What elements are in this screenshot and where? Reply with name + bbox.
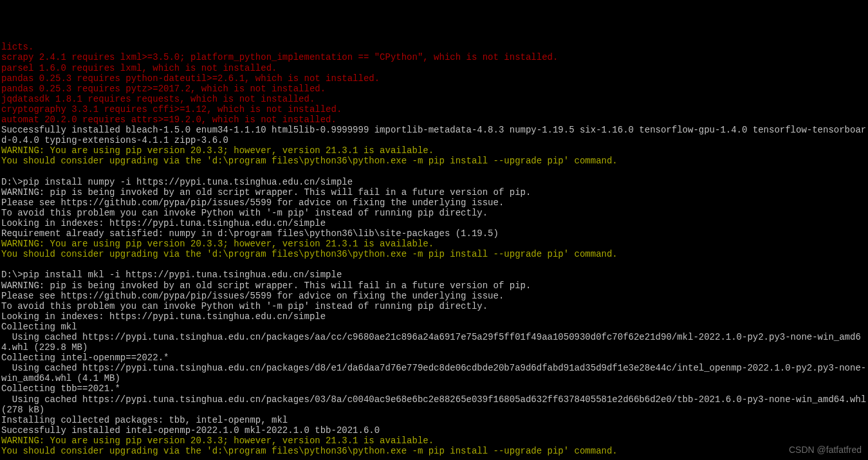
- terminal-line: [1, 259, 867, 270]
- terminal-line: You should consider upgrading via the 'd…: [1, 446, 867, 456]
- terminal-output[interactable]: licts.scrapy 2.4.1 requires lxml>=3.5.0;…: [1, 42, 867, 460]
- terminal-line: Using cached https://pypi.tuna.tsinghua.…: [1, 363, 867, 383]
- terminal-line: WARNING: You are using pip version 20.3.…: [1, 239, 867, 249]
- terminal-line: [1, 456, 867, 460]
- terminal-line: Please see https://github.com/pypa/pip/i…: [1, 198, 867, 208]
- terminal-line: Collecting mkl: [1, 322, 867, 332]
- terminal-line: Successfully installed bleach-1.5.0 enum…: [1, 125, 867, 145]
- terminal-line: D:\>pip install numpy -i https://pypi.tu…: [1, 177, 867, 187]
- terminal-line: parsel 1.6.0 requires lxml, which is not…: [1, 63, 867, 73]
- terminal-line: Using cached https://pypi.tuna.tsinghua.…: [1, 394, 867, 415]
- terminal-line: WARNING: pip is being invoked by an old …: [1, 187, 867, 198]
- terminal-line: automat 20.2.0 requires attrs>=19.2.0, w…: [1, 115, 867, 125]
- terminal-line: WARNING: pip is being invoked by an old …: [1, 281, 867, 291]
- terminal-line: You should consider upgrading via the 'd…: [1, 249, 867, 259]
- terminal-line: You should consider upgrading via the 'd…: [1, 156, 867, 166]
- terminal-line: WARNING: You are using pip version 20.3.…: [1, 145, 867, 156]
- terminal-line: Please see https://github.com/pypa/pip/i…: [1, 291, 867, 301]
- terminal-line: WARNING: You are using pip version 20.3.…: [1, 436, 867, 446]
- terminal-line: Requirement already satisfied: numpy in …: [1, 228, 867, 239]
- terminal-line: scrapy 2.4.1 requires lxml>=3.5.0; platf…: [1, 52, 867, 62]
- terminal-line: Looking in indexes: https://pypi.tuna.ts…: [1, 311, 867, 322]
- terminal-line: cryptography 3.3.1 requires cffi>=1.12, …: [1, 104, 867, 115]
- terminal-line: D:\>pip install mkl -i https://pypi.tuna…: [1, 270, 867, 280]
- terminal-line: Using cached https://pypi.tuna.tsinghua.…: [1, 332, 867, 353]
- terminal-line: Installing collected packages: tbb, inte…: [1, 415, 867, 425]
- terminal-line: To avoid this problem you can invoke Pyt…: [1, 301, 867, 311]
- terminal-line: Collecting intel-openmp==2022.*: [1, 353, 867, 363]
- terminal-line: jqdatasdk 1.8.1 requires requests, which…: [1, 94, 867, 104]
- terminal-line: pandas 0.25.3 requires python-dateutil>=…: [1, 73, 867, 84]
- terminal-line: To avoid this problem you can invoke Pyt…: [1, 208, 867, 218]
- terminal-line: Looking in indexes: https://pypi.tuna.ts…: [1, 218, 867, 228]
- terminal-line: pandas 0.25.3 requires pytz>=2017.2, whi…: [1, 84, 867, 94]
- terminal-line: Collecting tbb==2021.*: [1, 383, 867, 394]
- terminal-line: Successfully installed intel-openmp-2022…: [1, 425, 867, 436]
- watermark-text: CSDN @fatfatfred: [789, 445, 862, 455]
- terminal-line: [1, 167, 867, 177]
- terminal-line: licts.: [1, 42, 867, 52]
